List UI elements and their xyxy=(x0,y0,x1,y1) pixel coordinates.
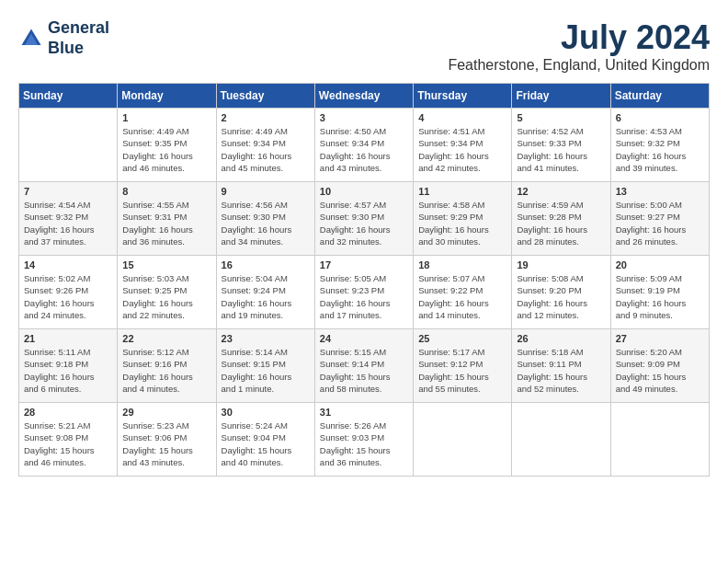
logo: General Blue xyxy=(18,18,109,58)
day-cell: 29Sunrise: 5:23 AM Sunset: 9:06 PM Dayli… xyxy=(118,403,216,477)
day-cell: 8Sunrise: 4:55 AM Sunset: 9:31 PM Daylig… xyxy=(118,182,216,256)
day-info: Sunrise: 5:26 AM Sunset: 9:03 PM Dayligh… xyxy=(320,419,408,468)
day-cell: 22Sunrise: 5:12 AM Sunset: 9:16 PM Dayli… xyxy=(118,329,216,403)
day-cell: 13Sunrise: 5:00 AM Sunset: 9:27 PM Dayli… xyxy=(610,182,709,256)
day-number: 20 xyxy=(616,259,704,270)
day-info: Sunrise: 5:05 AM Sunset: 9:23 PM Dayligh… xyxy=(320,272,408,321)
day-info: Sunrise: 4:59 AM Sunset: 9:28 PM Dayligh… xyxy=(517,199,605,247)
week-row-3: 14Sunrise: 5:02 AM Sunset: 9:26 PM Dayli… xyxy=(19,256,710,329)
day-number: 12 xyxy=(517,186,605,197)
day-number: 3 xyxy=(320,112,408,123)
day-cell: 31Sunrise: 5:26 AM Sunset: 9:03 PM Dayli… xyxy=(314,403,413,477)
day-number: 2 xyxy=(222,112,310,123)
day-number: 11 xyxy=(418,186,506,197)
day-info: Sunrise: 5:02 AM Sunset: 9:26 PM Dayligh… xyxy=(24,272,112,321)
day-info: Sunrise: 4:53 AM Sunset: 9:32 PM Dayligh… xyxy=(616,125,704,174)
day-cell xyxy=(512,403,610,477)
day-number: 7 xyxy=(24,186,112,197)
header-thursday: Thursday xyxy=(414,84,512,109)
day-cell: 26Sunrise: 5:18 AM Sunset: 9:11 PM Dayli… xyxy=(512,329,610,403)
day-info: Sunrise: 5:18 AM Sunset: 9:11 PM Dayligh… xyxy=(517,346,605,395)
day-number: 28 xyxy=(24,407,112,418)
day-info: Sunrise: 5:23 AM Sunset: 9:06 PM Dayligh… xyxy=(122,419,210,468)
day-cell: 28Sunrise: 5:21 AM Sunset: 9:08 PM Dayli… xyxy=(19,403,118,477)
day-cell: 25Sunrise: 5:17 AM Sunset: 9:12 PM Dayli… xyxy=(414,329,512,403)
day-cell xyxy=(19,109,118,182)
day-info: Sunrise: 4:54 AM Sunset: 9:32 PM Dayligh… xyxy=(24,199,112,247)
day-cell: 1Sunrise: 4:49 AM Sunset: 9:35 PM Daylig… xyxy=(118,109,216,182)
day-cell: 11Sunrise: 4:58 AM Sunset: 9:29 PM Dayli… xyxy=(414,182,512,256)
day-info: Sunrise: 4:51 AM Sunset: 9:34 PM Dayligh… xyxy=(418,125,506,174)
day-cell: 9Sunrise: 4:56 AM Sunset: 9:30 PM Daylig… xyxy=(216,182,314,256)
week-row-1: 1Sunrise: 4:49 AM Sunset: 9:35 PM Daylig… xyxy=(19,109,710,182)
day-cell: 18Sunrise: 5:07 AM Sunset: 9:22 PM Dayli… xyxy=(414,256,512,329)
calendar-table: SundayMondayTuesdayWednesdayThursdayFrid… xyxy=(18,83,710,477)
day-cell: 12Sunrise: 4:59 AM Sunset: 9:28 PM Dayli… xyxy=(512,182,610,256)
day-number: 19 xyxy=(517,259,605,270)
week-row-5: 28Sunrise: 5:21 AM Sunset: 9:08 PM Dayli… xyxy=(19,403,710,477)
day-cell xyxy=(610,403,709,477)
day-cell: 20Sunrise: 5:09 AM Sunset: 9:19 PM Dayli… xyxy=(610,256,709,329)
day-number: 10 xyxy=(320,186,408,197)
day-number: 31 xyxy=(320,407,408,418)
day-number: 22 xyxy=(122,333,210,344)
calendar-header-row: SundayMondayTuesdayWednesdayThursdayFrid… xyxy=(19,84,710,109)
day-number: 18 xyxy=(418,259,506,270)
day-number: 24 xyxy=(320,333,408,344)
day-info: Sunrise: 5:03 AM Sunset: 9:25 PM Dayligh… xyxy=(122,272,210,321)
header-friday: Friday xyxy=(512,84,610,109)
day-cell: 23Sunrise: 5:14 AM Sunset: 9:15 PM Dayli… xyxy=(216,329,314,403)
day-cell xyxy=(414,403,512,477)
day-info: Sunrise: 5:11 AM Sunset: 9:18 PM Dayligh… xyxy=(24,346,112,395)
day-cell: 6Sunrise: 4:53 AM Sunset: 9:32 PM Daylig… xyxy=(610,109,709,182)
day-number: 16 xyxy=(222,259,310,270)
location: Featherstone, England, United Kingdom xyxy=(448,57,710,74)
day-info: Sunrise: 5:04 AM Sunset: 9:24 PM Dayligh… xyxy=(222,272,310,321)
day-info: Sunrise: 5:17 AM Sunset: 9:12 PM Dayligh… xyxy=(418,346,506,395)
day-number: 27 xyxy=(616,333,704,344)
day-info: Sunrise: 5:07 AM Sunset: 9:22 PM Dayligh… xyxy=(418,272,506,321)
day-info: Sunrise: 5:00 AM Sunset: 9:27 PM Dayligh… xyxy=(616,199,704,247)
day-number: 14 xyxy=(24,259,112,270)
day-info: Sunrise: 5:15 AM Sunset: 9:14 PM Dayligh… xyxy=(320,346,408,395)
day-number: 21 xyxy=(24,333,112,344)
day-number: 17 xyxy=(320,259,408,270)
day-number: 4 xyxy=(418,112,506,123)
header-tuesday: Tuesday xyxy=(216,84,314,109)
day-info: Sunrise: 4:56 AM Sunset: 9:30 PM Dayligh… xyxy=(222,199,310,247)
day-info: Sunrise: 4:57 AM Sunset: 9:30 PM Dayligh… xyxy=(320,199,408,247)
day-info: Sunrise: 4:58 AM Sunset: 9:29 PM Dayligh… xyxy=(418,199,506,247)
day-cell: 15Sunrise: 5:03 AM Sunset: 9:25 PM Dayli… xyxy=(118,256,216,329)
day-cell: 7Sunrise: 4:54 AM Sunset: 9:32 PM Daylig… xyxy=(19,182,118,256)
day-cell: 24Sunrise: 5:15 AM Sunset: 9:14 PM Dayli… xyxy=(314,329,413,403)
day-number: 6 xyxy=(616,112,704,123)
day-cell: 27Sunrise: 5:20 AM Sunset: 9:09 PM Dayli… xyxy=(610,329,709,403)
header-wednesday: Wednesday xyxy=(314,84,413,109)
week-row-4: 21Sunrise: 5:11 AM Sunset: 9:18 PM Dayli… xyxy=(19,329,710,403)
day-number: 13 xyxy=(616,186,704,197)
day-info: Sunrise: 4:49 AM Sunset: 9:35 PM Dayligh… xyxy=(122,125,210,174)
month-year: July 2024 xyxy=(448,18,710,57)
day-info: Sunrise: 5:08 AM Sunset: 9:20 PM Dayligh… xyxy=(517,272,605,321)
day-number: 1 xyxy=(122,112,210,123)
logo-icon xyxy=(18,26,44,52)
day-number: 9 xyxy=(222,186,310,197)
logo-line2: Blue xyxy=(48,39,109,59)
day-info: Sunrise: 5:09 AM Sunset: 9:19 PM Dayligh… xyxy=(616,272,704,321)
day-cell: 30Sunrise: 5:24 AM Sunset: 9:04 PM Dayli… xyxy=(216,403,314,477)
day-cell: 14Sunrise: 5:02 AM Sunset: 9:26 PM Dayli… xyxy=(19,256,118,329)
logo-text: General Blue xyxy=(48,18,109,58)
title-block: July 2024 Featherstone, England, United … xyxy=(448,18,710,74)
page-header: General Blue July 2024 Featherstone, Eng… xyxy=(18,18,710,74)
day-info: Sunrise: 5:12 AM Sunset: 9:16 PM Dayligh… xyxy=(122,346,210,395)
day-number: 25 xyxy=(418,333,506,344)
day-cell: 5Sunrise: 4:52 AM Sunset: 9:33 PM Daylig… xyxy=(512,109,610,182)
day-info: Sunrise: 5:24 AM Sunset: 9:04 PM Dayligh… xyxy=(222,419,310,468)
logo-line1: General xyxy=(48,18,109,39)
day-number: 8 xyxy=(122,186,210,197)
day-info: Sunrise: 4:52 AM Sunset: 9:33 PM Dayligh… xyxy=(517,125,605,174)
week-row-2: 7Sunrise: 4:54 AM Sunset: 9:32 PM Daylig… xyxy=(19,182,710,256)
day-info: Sunrise: 4:55 AM Sunset: 9:31 PM Dayligh… xyxy=(122,199,210,247)
day-cell: 3Sunrise: 4:50 AM Sunset: 9:34 PM Daylig… xyxy=(314,109,413,182)
day-cell: 16Sunrise: 5:04 AM Sunset: 9:24 PM Dayli… xyxy=(216,256,314,329)
